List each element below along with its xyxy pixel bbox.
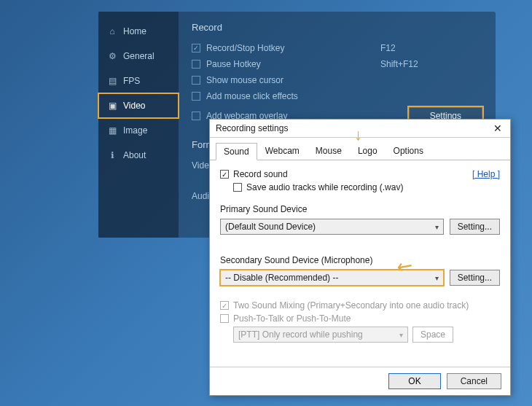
opt-pause-hotkey[interactable]: Pause Hotkey Shift+F12 [192, 56, 482, 72]
dialog-body: ✓ Record sound [ Help ] Save audio track… [210, 160, 510, 367]
sidebar-item-label: About [123, 150, 146, 160]
checkbox-icon[interactable] [192, 76, 200, 85]
image-icon: ▦ [107, 125, 117, 136]
opt-label: Record/Stop Hotkey [206, 43, 284, 53]
primary-setting-button[interactable]: Setting... [450, 219, 500, 235]
home-icon: ⌂ [107, 26, 117, 36]
fps-icon: ▤ [107, 76, 117, 86]
record-sound-checkbox[interactable]: ✓ [220, 170, 229, 179]
opt-label: Show mouse cursor [206, 75, 283, 85]
sidebar-item-video[interactable]: ▣ Video [98, 93, 179, 118]
primary-device-value: (Default Sound Device) [225, 222, 316, 232]
help-link[interactable]: [ Help ] [472, 169, 500, 179]
sidebar-item-home[interactable]: ⌂ Home [98, 19, 179, 44]
checkbox-icon[interactable] [192, 112, 200, 120]
sidebar-item-label: Video [123, 101, 145, 111]
record-section-title: Record [192, 22, 482, 33]
ptt-label: Push-To-Talk or Push-To-Mute [233, 313, 351, 324]
primary-device-label: Primary Sound Device [220, 204, 500, 214]
sidebar-item-general[interactable]: ⚙ General [98, 44, 179, 69]
sidebar-item-label: General [123, 51, 154, 61]
chevron-down-icon: ▾ [399, 331, 403, 339]
chevron-down-icon: ▾ [435, 223, 439, 231]
tab-logo[interactable]: Logo [350, 142, 386, 160]
two-mix-label: Two Sound Mixing (Primary+Secondary into… [233, 300, 469, 311]
checkbox-icon[interactable] [192, 60, 200, 69]
opt-label: Pause Hotkey [206, 59, 261, 69]
close-icon[interactable]: ✕ [491, 122, 504, 134]
ptt-checkbox [220, 314, 229, 323]
chevron-down-icon: ▾ [435, 274, 439, 282]
opt-record-hotkey[interactable]: ✓ Record/Stop Hotkey F12 [192, 40, 482, 56]
opt-show-cursor[interactable]: Show mouse cursor [192, 72, 482, 88]
dialog-title: Recording settings [216, 123, 288, 133]
sidebar: ⌂ Home ⚙ General ▤ FPS ▣ Video ▦ Image ℹ… [98, 12, 179, 238]
save-tracks-checkbox[interactable] [233, 183, 242, 192]
ok-button[interactable]: OK [388, 373, 440, 389]
opt-click-effects[interactable]: Add mouse click effects [192, 88, 482, 104]
record-sound-label: Record sound [233, 169, 288, 179]
annotation-arrow-down-icon: ↓ [354, 125, 362, 144]
sidebar-item-image[interactable]: ▦ Image [98, 118, 179, 143]
cancel-button[interactable]: Cancel [447, 373, 501, 389]
recording-settings-dialog: Recording settings ✕ Sound Webcam Mouse … [209, 119, 511, 396]
video-icon: ▣ [107, 101, 117, 111]
sidebar-item-label: Home [123, 26, 146, 36]
secondary-setting-button[interactable]: Setting... [450, 270, 500, 286]
sidebar-item-fps[interactable]: ▤ FPS [98, 69, 179, 93]
secondary-device-value: -- Disable (Recommended) -- [225, 273, 338, 283]
gear-icon: ⚙ [107, 51, 117, 61]
opt-value: Shift+F12 [380, 59, 482, 69]
ptt-mode-value: [PTT] Only record while pushing [238, 329, 363, 340]
tab-options[interactable]: Options [386, 142, 431, 160]
secondary-device-label: Secondary Sound Device (Microphone) [220, 255, 500, 265]
checkbox-icon[interactable]: ✓ [192, 44, 200, 52]
checkbox-icon[interactable] [192, 92, 200, 101]
tab-mouse[interactable]: Mouse [308, 142, 350, 160]
tab-webcam[interactable]: Webcam [257, 142, 308, 160]
tab-sound[interactable]: Sound [216, 143, 257, 160]
ptt-mode-select: [PTT] Only record while pushing ▾ [233, 327, 408, 343]
dialog-footer: OK Cancel [210, 367, 510, 395]
opt-label: Add mouse click effects [206, 91, 298, 101]
sidebar-item-label: Image [123, 125, 147, 136]
sidebar-item-label: FPS [123, 76, 140, 86]
sidebar-item-about[interactable]: ℹ About [98, 143, 179, 168]
info-icon: ℹ [107, 150, 117, 160]
save-tracks-label: Save audio tracks while recording (.wav) [246, 182, 403, 192]
primary-device-select[interactable]: (Default Sound Device) ▾ [220, 219, 444, 235]
opt-value: F12 [380, 43, 482, 53]
two-mix-checkbox: ✓ [220, 301, 229, 310]
ptt-key-field: Space [412, 327, 453, 343]
